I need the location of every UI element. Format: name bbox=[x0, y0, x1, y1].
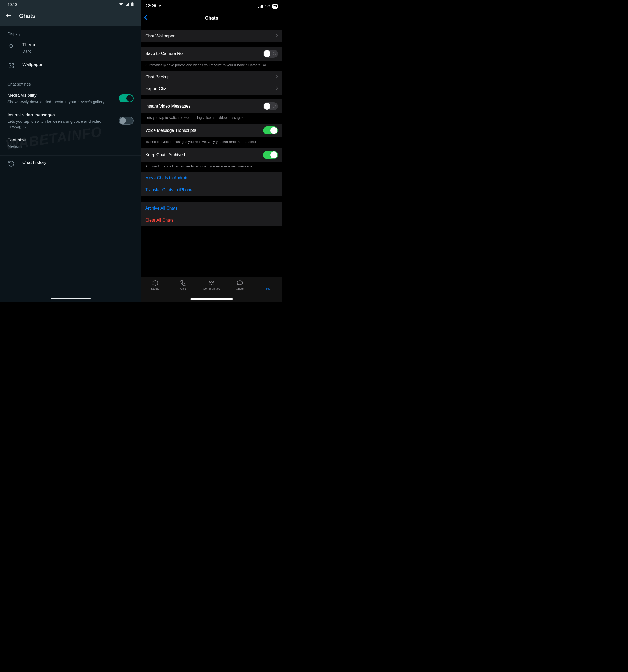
instant-video-footer: Lets you tap to switch between using voi… bbox=[141, 113, 282, 124]
row-archive-all[interactable]: Archive All Chats bbox=[141, 202, 282, 214]
svg-rect-1 bbox=[132, 2, 133, 3]
location-icon bbox=[158, 4, 162, 8]
row-theme[interactable]: Theme Dark bbox=[0, 38, 141, 58]
tab-calls[interactable]: Calls bbox=[173, 280, 194, 290]
row-chat-backup[interactable]: Chat Backup bbox=[141, 71, 282, 83]
battery-icon bbox=[131, 2, 134, 6]
back-button[interactable] bbox=[5, 12, 12, 20]
row-save-camera-roll[interactable]: Save to Camera Roll bbox=[141, 47, 282, 61]
ios-status-bar: 22:28 5G 76 bbox=[141, 0, 282, 12]
android-screen: 10:13 Chats Display Theme Dark Wallpaper… bbox=[0, 0, 141, 302]
row-font-size[interactable]: Font size Medium bbox=[0, 133, 141, 153]
instant-video-toggle[interactable] bbox=[119, 117, 134, 125]
arrow-back-icon bbox=[5, 12, 12, 19]
save-camera-roll-footer: Automatically save photos and videos you… bbox=[141, 61, 282, 71]
media-visibility-title: Media visibility bbox=[7, 92, 115, 99]
archive-all-label: Archive All Chats bbox=[145, 206, 177, 211]
status-indicators bbox=[119, 2, 134, 6]
row-media-visibility[interactable]: Media visibility Show newly downloaded m… bbox=[0, 89, 141, 108]
section-header-display: Display bbox=[0, 25, 141, 38]
chevron-right-icon bbox=[276, 86, 278, 91]
chevron-right-icon bbox=[276, 34, 278, 39]
move-android-label: Move Chats to Android bbox=[145, 176, 188, 181]
status-time: 22:28 bbox=[145, 4, 156, 8]
row-voice-transcripts[interactable]: Voice Message Transcripts bbox=[141, 124, 282, 137]
voice-transcripts-toggle[interactable] bbox=[263, 126, 278, 135]
android-status-bar: 10:13 bbox=[0, 0, 141, 8]
voice-transcripts-footer: Transcribe voice messages you receive. O… bbox=[141, 137, 282, 148]
svg-rect-4 bbox=[260, 6, 261, 8]
export-chat-label: Export Chat bbox=[145, 86, 168, 91]
tab-you[interactable]: You bbox=[258, 280, 279, 290]
font-size-value: Medium bbox=[7, 144, 131, 149]
svg-point-8 bbox=[152, 280, 158, 286]
network-label: 5G bbox=[265, 4, 270, 8]
instant-video-label: Instant Video Messages bbox=[145, 104, 191, 109]
chat-history-title: Chat history bbox=[22, 160, 134, 166]
row-keep-archived[interactable]: Keep Chats Archived bbox=[141, 148, 282, 162]
svg-rect-6 bbox=[263, 4, 263, 8]
ios-screen: 22:28 5G 76 Chats Chat Wallpaper Save to… bbox=[141, 0, 282, 302]
tab-chats[interactable]: Chats bbox=[229, 280, 250, 290]
chats-icon bbox=[237, 280, 243, 286]
tab-communities-label: Communities bbox=[203, 287, 220, 290]
signal-icon bbox=[259, 4, 264, 8]
instant-video-sub: Lets you tap to switch between using voi… bbox=[7, 119, 115, 130]
svg-rect-0 bbox=[131, 3, 134, 6]
row-instant-video[interactable]: Instant video messages Lets you tap to s… bbox=[0, 108, 141, 133]
signal-icon bbox=[125, 2, 129, 6]
battery-level: 76 bbox=[272, 4, 278, 8]
save-camera-roll-label: Save to Camera Roll bbox=[145, 51, 185, 56]
keep-archived-footer: Archived chats will remain archived when… bbox=[141, 162, 282, 172]
wallpaper-title: Wallpaper bbox=[22, 62, 134, 68]
chat-wallpaper-label: Chat Wallpaper bbox=[145, 34, 174, 39]
android-app-bar: Chats bbox=[0, 8, 141, 25]
tab-chats-label: Chats bbox=[236, 287, 244, 290]
media-visibility-sub: Show newly downloaded media in your devi… bbox=[7, 99, 115, 104]
row-move-android[interactable]: Move Chats to Android bbox=[141, 172, 282, 184]
section-header-chat-settings: Chat settings bbox=[0, 76, 141, 89]
page-title: Chats bbox=[19, 13, 35, 19]
svg-point-7 bbox=[154, 282, 156, 284]
history-icon bbox=[7, 160, 15, 167]
status-icon bbox=[152, 280, 159, 286]
svg-point-10 bbox=[212, 281, 214, 283]
tab-you-label: You bbox=[266, 287, 271, 290]
clear-all-label: Clear All Chats bbox=[145, 218, 173, 223]
status-time: 10:13 bbox=[7, 2, 18, 7]
save-camera-roll-toggle[interactable] bbox=[263, 50, 278, 58]
font-size-title: Font size bbox=[7, 137, 131, 143]
instant-video-title: Instant video messages bbox=[7, 112, 115, 118]
tab-bar: Status Calls Communities Chats You bbox=[141, 278, 282, 302]
svg-rect-5 bbox=[261, 5, 262, 8]
ios-nav-bar: Chats bbox=[141, 12, 282, 24]
theme-title: Theme bbox=[22, 42, 134, 48]
keep-archived-toggle[interactable] bbox=[263, 151, 278, 159]
row-export-chat[interactable]: Export Chat bbox=[141, 83, 282, 95]
home-indicator[interactable] bbox=[191, 298, 233, 300]
instant-video-toggle[interactable] bbox=[263, 102, 278, 110]
theme-icon bbox=[7, 42, 15, 50]
tab-status[interactable]: Status bbox=[145, 280, 166, 290]
tab-status-label: Status bbox=[151, 287, 160, 290]
row-chat-wallpaper[interactable]: Chat Wallpaper bbox=[141, 30, 282, 42]
row-wallpaper[interactable]: Wallpaper bbox=[0, 58, 141, 73]
chat-backup-label: Chat Backup bbox=[145, 75, 170, 79]
home-indicator[interactable] bbox=[51, 298, 91, 299]
communities-icon bbox=[208, 280, 215, 286]
row-instant-video-messages[interactable]: Instant Video Messages bbox=[141, 99, 282, 113]
row-chat-history[interactable]: Chat history bbox=[0, 156, 141, 171]
page-title: Chats bbox=[205, 16, 218, 21]
chevron-left-icon bbox=[144, 14, 148, 20]
tab-calls-label: Calls bbox=[180, 287, 187, 290]
row-clear-all[interactable]: Clear All Chats bbox=[141, 214, 282, 226]
wallpaper-icon bbox=[7, 62, 15, 69]
svg-point-9 bbox=[210, 281, 212, 283]
media-visibility-toggle[interactable] bbox=[119, 94, 134, 102]
voice-transcripts-label: Voice Message Transcripts bbox=[145, 128, 196, 133]
chevron-right-icon bbox=[276, 75, 278, 79]
theme-value: Dark bbox=[22, 49, 134, 54]
row-transfer-iphone[interactable]: Transfer Chats to iPhone bbox=[141, 184, 282, 196]
tab-communities[interactable]: Communities bbox=[201, 280, 222, 290]
back-button[interactable] bbox=[144, 14, 148, 22]
